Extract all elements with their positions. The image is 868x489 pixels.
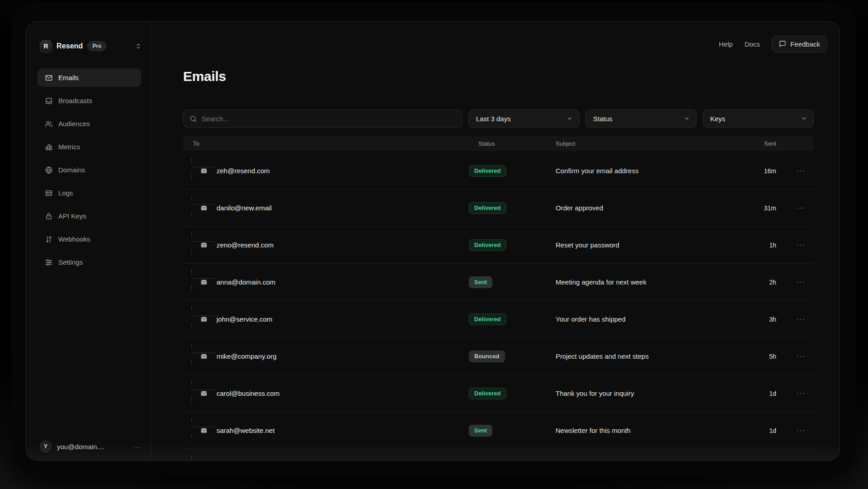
email-subject: Reset your password (543, 241, 736, 249)
status-badge: Sent (469, 276, 492, 288)
status-badge: Bounced (469, 351, 505, 362)
status-badge: Delivered (469, 313, 506, 325)
envelope-icon (191, 427, 217, 435)
table-row[interactable]: anna@domain.com Sent Meeting agenda for … (183, 264, 814, 301)
chevron-up-down-icon[interactable] (135, 43, 142, 50)
user-account[interactable]: Y you@domain.... ··· (40, 440, 141, 453)
search-box (183, 109, 462, 128)
row-menu-ellipsis-icon[interactable]: ··· (776, 167, 806, 175)
status-cell: Delivered (469, 388, 543, 399)
bar-chart-icon (45, 143, 53, 151)
mail-tile (191, 418, 217, 443)
user-email: you@domain.... (57, 443, 127, 451)
row-menu-ellipsis-icon[interactable]: ··· (776, 352, 806, 361)
recipient-email: john@service.com (217, 315, 469, 323)
sent-time: 5h (736, 353, 776, 360)
status-cell: Delivered (469, 239, 543, 251)
row-menu-ellipsis-icon[interactable]: ··· (776, 427, 806, 435)
globe-icon (45, 166, 53, 174)
date-range-value: Last 3 days (476, 115, 511, 123)
mail-tile (191, 270, 217, 294)
mail-tile (191, 159, 217, 183)
status-badge: Delivered (469, 239, 506, 251)
resend-logo-icon: R (40, 40, 52, 52)
status-value: Status (593, 115, 613, 123)
status-badge: Delivered (469, 388, 506, 399)
table-row[interactable]: sarah@website.net Sent Newsletter for th… (183, 412, 814, 449)
table-row[interactable]: john@service.com Delivered Your order ha… (183, 301, 814, 338)
column-header-to: To (191, 140, 469, 147)
feedback-button[interactable]: Feedback (772, 36, 827, 52)
table-row[interactable]: zeno@resend.com Delivered Reset your pas… (183, 227, 814, 264)
email-subject: Confirm your email address (543, 167, 736, 175)
table-row[interactable]: zeh@resend.com Delivered Confirm your em… (183, 152, 814, 190)
sidebar-item-label: Metrics (58, 143, 80, 151)
keys-dropdown[interactable]: Keys (703, 109, 814, 128)
sidebar-item-settings[interactable]: Settings (38, 253, 141, 271)
search-input[interactable] (184, 110, 462, 127)
envelope-icon (191, 315, 217, 323)
docs-link[interactable]: Docs (745, 40, 760, 48)
rows-icon (45, 189, 53, 197)
column-header-subject: Subject (543, 140, 736, 147)
sidebar-nav: Emails Broadcasts Audiences Metrics (38, 68, 141, 271)
broadcast-inbox-icon (45, 97, 53, 105)
filter-bar: Last 3 days Status Keys (183, 109, 814, 128)
recipient-email: danilo@new.email (217, 204, 469, 212)
help-link[interactable]: Help (719, 40, 733, 48)
feedback-label: Feedback (790, 40, 820, 48)
sidebar-item-metrics[interactable]: Metrics (38, 138, 141, 156)
row-menu-ellipsis-icon[interactable]: ··· (776, 315, 806, 323)
user-menu-ellipsis-icon[interactable]: ··· (133, 443, 141, 451)
search-icon (189, 115, 197, 123)
avatar: Y (40, 441, 52, 452)
keys-value: Keys (710, 115, 725, 123)
status-dropdown[interactable]: Status (585, 109, 697, 128)
column-header-sent: Sent (736, 140, 776, 147)
mail-tile (191, 381, 217, 406)
arrows-up-down-icon (45, 235, 53, 243)
recipient-email: anna@domain.com (217, 278, 469, 286)
table-row[interactable]: carol@business.com Delivered Thank you f… (183, 375, 814, 412)
workspace-name: Resend (57, 42, 83, 50)
envelope-icon (191, 241, 217, 249)
status-cell: Sent (469, 425, 543, 437)
sidebar-item-logs[interactable]: Logs (38, 184, 141, 202)
sidebar-item-webhooks[interactable]: Webhooks (38, 230, 141, 248)
sent-time: 1d (736, 427, 776, 434)
workspace-switcher[interactable]: R Resend Pro (40, 40, 142, 52)
envelope-icon (191, 204, 217, 212)
sent-time: 1d (736, 390, 776, 397)
status-cell: Bounced (469, 351, 543, 362)
sidebar-item-api-keys[interactable]: API Keys (38, 207, 141, 225)
mail-tile (191, 233, 217, 257)
row-menu-ellipsis-icon[interactable]: ··· (776, 278, 806, 286)
row-menu-ellipsis-icon[interactable]: ··· (776, 389, 806, 398)
sidebar-item-audiences[interactable]: Audiences (38, 114, 141, 133)
sent-time: 16m (736, 167, 776, 175)
column-header-status: Status (469, 140, 543, 147)
email-subject: Thank you for your inquiry (543, 389, 736, 397)
table-header: To Status Subject Sent (183, 136, 814, 151)
sidebar-item-domains[interactable]: Domains (38, 161, 141, 179)
mail-tile (191, 456, 217, 461)
envelope-icon (191, 352, 217, 361)
row-menu-ellipsis-icon[interactable]: ··· (776, 204, 806, 212)
app-window: R Resend Pro Emails Broadcasts (26, 21, 840, 461)
email-subject: Meeting agenda for next week (543, 278, 736, 286)
email-subject: Your order has shipped (543, 315, 736, 323)
sidebar-item-emails[interactable]: Emails (38, 68, 141, 87)
date-range-dropdown[interactable]: Last 3 days (468, 109, 580, 128)
recipient-email: zeh@resend.com (217, 167, 469, 175)
row-menu-ellipsis-icon[interactable]: ··· (776, 241, 806, 249)
main-panel: Help Docs Feedback Emails Last 3 days (152, 22, 840, 461)
recipient-email: zeno@resend.com (217, 241, 469, 249)
sidebar-item-broadcasts[interactable]: Broadcasts (38, 91, 141, 110)
table-row[interactable]: danilo@new.email Delivered Order approve… (183, 190, 814, 227)
lock-icon (45, 212, 53, 220)
table-row[interactable] (183, 449, 814, 461)
topbar: Help Docs Feedback (719, 35, 827, 52)
sent-time: 31m (736, 204, 776, 212)
table-row[interactable]: mike@company.org Bounced Project updates… (183, 338, 814, 375)
status-cell: Delivered (469, 313, 543, 325)
